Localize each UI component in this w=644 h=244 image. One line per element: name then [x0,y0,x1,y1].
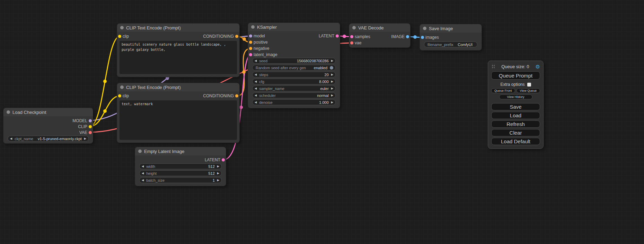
random-seed-toggle-widget[interactable]: Random seed after every gen enabled [252,65,336,71]
prompt-textarea[interactable]: text, watermark [120,100,237,140]
clip-input-slot[interactable] [118,94,121,98]
load-default-button[interactable]: Load Default [491,138,540,145]
collapse-dot-icon[interactable] [352,26,356,29]
widget-value: enabled [314,66,327,70]
input-label-latent-image: latent_image [254,52,277,57]
node-title-bar[interactable]: KSampler [248,23,340,31]
latent-output-slot[interactable] [222,159,225,162]
ckpt-name-widget[interactable]: ◀ ckpt_name v1-5-pruned-emaonly.ckpt ▶ [8,136,89,142]
refresh-button[interactable]: Refresh [491,120,540,128]
widget-value: euler [320,87,328,91]
sampler-name-widget[interactable]: ◀ sampler_name euler ▶ [252,85,336,91]
increment-arrow-icon[interactable]: ▶ [331,80,333,83]
node-empty-latent-image[interactable]: Empty Latent Image LATENT ◀ width 512 ▶ … [135,147,226,186]
node-title-bar[interactable]: Load Checkpoint [3,108,93,116]
load-button[interactable]: Load [491,112,540,119]
node-title-bar[interactable]: CLIP Text Encode (Prompt) [117,24,239,32]
collapse-dot-icon[interactable] [120,26,124,29]
view-history-button[interactable]: View History [499,94,532,99]
conditioning-output-slot[interactable] [235,94,238,98]
latent-output-slot[interactable] [336,35,339,38]
view-queue-button[interactable]: View Queue [517,88,540,93]
decrement-arrow-icon[interactable]: ◀ [142,179,144,182]
collapse-dot-icon[interactable] [251,25,255,29]
queue-prompt-button[interactable]: Queue Prompt [491,71,540,80]
negative-input-slot[interactable] [249,47,252,50]
scheduler-widget[interactable]: ◀ scheduler normal ▶ [252,92,336,98]
decrement-arrow-icon[interactable]: ◀ [255,80,257,83]
vae-output-slot[interactable] [89,131,92,134]
vae-input-slot[interactable] [350,42,353,45]
node-title-bar[interactable]: VAE Decode [349,24,410,32]
link-dot [343,35,346,38]
collapse-dot-icon[interactable] [7,110,10,114]
height-widget[interactable]: ◀ height 512 ▶ [139,170,222,176]
comfyui-canvas[interactable]: { "colors": { "model": "#B39DDB", "clip"… [0,0,644,244]
seed-widget[interactable]: ◀ seed 156680208700286 ▶ [252,58,336,64]
conditioning-output-slot[interactable] [235,35,238,38]
node-title-bar[interactable]: CLIP Text Encode (Prompt) [117,83,239,91]
increment-arrow-icon[interactable]: ▶ [217,172,219,175]
node-clip-text-encode-negative[interactable]: CLIP Text Encode (Prompt) clip CONDITION… [117,83,239,143]
save-button[interactable]: Save [491,103,540,110]
drag-handle-icon[interactable] [491,64,495,69]
widget-label: width [146,164,155,169]
node-vae-decode[interactable]: VAE Decode samples IMAGE vae [349,24,410,47]
collapse-dot-icon[interactable] [423,27,426,30]
decrement-arrow-icon[interactable]: ◀ [255,101,257,104]
increment-arrow-icon[interactable]: ▶ [331,87,333,90]
steps-widget[interactable]: ◀ steps 20 ▶ [252,72,336,78]
decrement-arrow-icon[interactable]: ◀ [142,165,144,168]
widget-value: ComfyUI [458,43,473,47]
queue-front-button[interactable]: Queue Front [491,88,515,93]
positive-input-slot[interactable] [249,41,252,44]
model-output-slot[interactable] [89,119,92,122]
output-label-latent: LATENT [205,157,220,162]
node-save-image[interactable]: Save Image images filename_prefix ComfyU… [420,24,482,50]
images-input-slot[interactable] [421,36,424,39]
decrement-arrow-icon[interactable]: ◀ [255,94,257,97]
latent-image-input-slot[interactable] [249,53,252,56]
filename-prefix-widget[interactable]: filename_prefix ComfyUI [424,42,477,47]
increment-arrow-icon[interactable]: ▶ [331,101,333,104]
collapse-dot-icon[interactable] [120,85,124,89]
wire-clip-positive [90,36,120,126]
increment-arrow-icon[interactable]: ▶ [217,179,219,182]
clip-output-slot[interactable] [89,125,92,128]
denoise-widget[interactable]: ◀ denoise 1.000 ▶ [252,99,336,105]
widget-label: sampler_name [259,87,284,91]
model-input-slot[interactable] [249,35,252,38]
node-clip-text-encode-positive[interactable]: CLIP Text Encode (Prompt) clip CONDITION… [117,24,239,77]
increment-arrow-icon[interactable]: ▶ [331,60,333,62]
decrement-arrow-icon[interactable]: ◀ [255,60,257,62]
image-output-slot[interactable] [406,35,409,38]
settings-gear-icon[interactable]: ⚙ [536,64,540,69]
extra-options-checkbox[interactable] [527,83,531,87]
node-ksampler[interactable]: KSampler model LATENT positive negative … [248,23,340,108]
increment-arrow-icon[interactable]: ▶ [217,165,219,168]
node-title: CLIP Text Encode (Prompt) [126,25,181,30]
cfg-widget[interactable]: ◀ cfg 8.000 ▶ [252,79,336,84]
samples-input-slot[interactable] [350,35,353,38]
increment-arrow-icon[interactable]: ▶ [84,137,86,140]
collapse-dot-icon[interactable] [138,150,142,153]
increment-arrow-icon[interactable]: ▶ [331,73,333,76]
widget-value: 20 [325,73,329,77]
clip-input-slot[interactable] [118,35,121,38]
link-dot [242,37,246,41]
input-label-samples: samples [355,34,370,39]
input-label-negative: negative [254,46,269,51]
decrement-arrow-icon[interactable]: ◀ [10,137,12,140]
node-title-bar[interactable]: Save Image [420,24,482,33]
decrement-arrow-icon[interactable]: ◀ [255,87,257,90]
batch-size-widget[interactable]: ◀ batch_size 1 ▶ [139,177,222,183]
prompt-textarea[interactable]: beautiful scenery nature glass bottle la… [120,41,237,74]
node-load-checkpoint[interactable]: Load Checkpoint MODEL CLIP VAE ◀ ckpt_na… [3,108,93,143]
toggle-knob-icon[interactable] [330,66,333,70]
decrement-arrow-icon[interactable]: ◀ [142,172,144,175]
increment-arrow-icon[interactable]: ▶ [331,94,333,97]
decrement-arrow-icon[interactable]: ◀ [255,73,257,76]
width-widget[interactable]: ◀ width 512 ▶ [139,163,222,169]
node-title-bar[interactable]: Empty Latent Image [135,147,226,155]
clear-button[interactable]: Clear [491,129,540,136]
